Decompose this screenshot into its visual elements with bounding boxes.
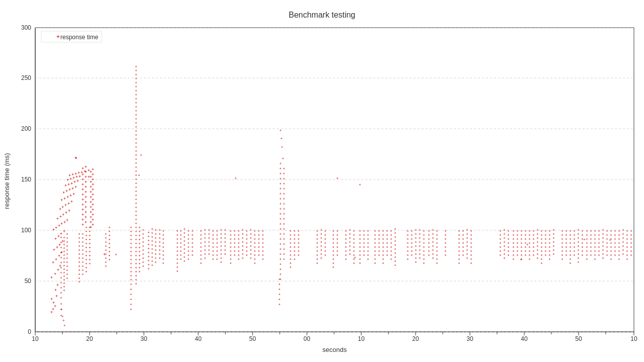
svg-text:+: + (363, 253, 365, 257)
svg-text:+: + (283, 207, 285, 211)
svg-text:+: + (66, 276, 68, 281)
svg-text:+: + (279, 232, 282, 236)
svg-text:+: + (82, 217, 84, 222)
svg-text:+: + (386, 253, 388, 257)
svg-text:+: + (65, 210, 67, 215)
svg-text:+: + (283, 202, 285, 206)
svg-text:+: + (89, 261, 91, 266)
svg-text:+: + (602, 256, 604, 260)
svg-text:+: + (204, 256, 206, 260)
svg-text:+: + (85, 164, 87, 169)
svg-text:+: + (324, 253, 327, 257)
svg-text:+: + (544, 253, 547, 257)
svg-text:10: 10 (630, 335, 637, 342)
svg-text:+: + (56, 283, 59, 288)
svg-text:+: + (56, 216, 59, 221)
svg-text:+: + (279, 161, 282, 166)
svg-text:+: + (279, 187, 282, 191)
svg-text:40: 40 (195, 335, 202, 342)
svg-text:+: + (138, 269, 141, 274)
svg-text:+: + (283, 222, 285, 226)
y-tick-300: 300 (21, 24, 31, 31)
svg-text:+: + (262, 257, 264, 261)
svg-text:+: + (60, 302, 62, 306)
svg-text:20: 20 (86, 335, 93, 342)
svg-text:+: + (62, 190, 65, 195)
svg-text:+: + (278, 277, 281, 282)
svg-text:+: + (220, 260, 222, 264)
svg-text:+: + (436, 261, 438, 265)
svg-text:+: + (283, 182, 285, 186)
svg-text:+: + (158, 256, 161, 260)
svg-text:+: + (548, 257, 551, 261)
svg-text:+: + (444, 253, 447, 257)
svg-text:+: + (85, 179, 87, 185)
svg-text:+: + (407, 257, 409, 261)
svg-text:+: + (279, 212, 282, 216)
svg-text:+: + (516, 253, 519, 257)
svg-text:+: + (279, 166, 282, 171)
svg-text:+: + (246, 253, 248, 257)
svg-text:+: + (524, 253, 527, 257)
svg-text:+: + (283, 166, 285, 171)
svg-text:+: + (250, 256, 252, 260)
svg-text:+: + (283, 187, 285, 191)
svg-text:+: + (466, 256, 468, 260)
svg-text:+: + (82, 222, 84, 227)
svg-text:+: + (359, 261, 361, 265)
svg-text:+: + (279, 237, 282, 241)
svg-text:+: + (279, 227, 282, 231)
svg-text:+: + (279, 257, 282, 261)
svg-text:+: + (374, 261, 376, 265)
svg-text:+: + (70, 181, 73, 186)
svg-text:+: + (60, 265, 62, 270)
svg-text:+: + (610, 257, 612, 261)
svg-text:+: + (281, 145, 283, 149)
svg-text:+: + (82, 207, 84, 212)
svg-text:+: + (590, 253, 592, 257)
svg-text:+: + (233, 253, 236, 257)
svg-text:+: + (279, 247, 282, 251)
svg-text:+: + (62, 318, 65, 323)
svg-text:+: + (258, 253, 260, 257)
svg-text:+: + (68, 173, 71, 178)
svg-text:+: + (68, 187, 71, 192)
svg-text:+: + (135, 282, 137, 286)
svg-text:+: + (507, 253, 510, 257)
svg-text:50: 50 (249, 335, 256, 342)
svg-text:+: + (279, 207, 282, 211)
svg-text:+: + (293, 257, 296, 261)
svg-text:+: + (71, 172, 74, 177)
svg-text:+: + (279, 202, 282, 206)
y-tick-0: 0 (28, 328, 31, 335)
svg-text:+: + (85, 174, 87, 179)
svg-text:+: + (470, 261, 472, 265)
svg-text:+: + (234, 176, 237, 180)
svg-text:+: + (278, 297, 281, 302)
svg-text:+: + (60, 286, 62, 290)
svg-text:+: + (316, 261, 318, 265)
svg-text:+: + (278, 292, 281, 297)
svg-text:+: + (63, 288, 65, 293)
svg-text:+: + (279, 171, 282, 176)
svg-text:+: + (183, 259, 186, 263)
svg-text:+: + (279, 242, 282, 246)
svg-text:+: + (55, 294, 58, 299)
svg-text:+: + (279, 272, 282, 277)
svg-text:+: + (367, 257, 369, 261)
svg-text:+: + (586, 257, 588, 261)
svg-text:+: + (52, 260, 54, 265)
svg-text:+: + (419, 256, 421, 260)
svg-text:+: + (283, 227, 285, 231)
svg-text:+: + (85, 210, 87, 215)
legend-label: response time (60, 34, 99, 41)
svg-text:+: + (54, 236, 57, 241)
svg-text:+: + (53, 247, 55, 252)
svg-text:+: + (577, 260, 580, 264)
svg-text:+: + (67, 182, 70, 187)
svg-text:+: + (394, 263, 396, 267)
svg-text:+: + (67, 201, 70, 206)
svg-text:+: + (279, 222, 282, 226)
svg-text:00: 00 (303, 335, 310, 342)
svg-text:+: + (532, 253, 535, 257)
